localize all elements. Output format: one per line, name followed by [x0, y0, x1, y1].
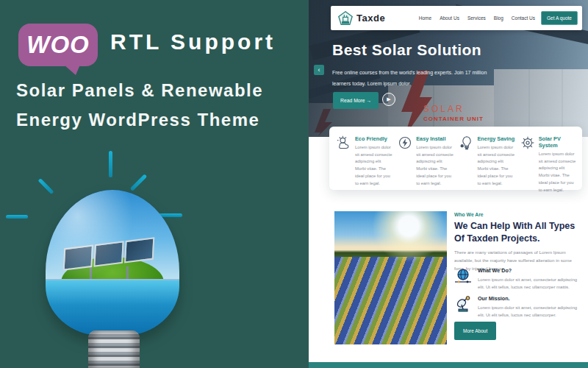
light-ray-icon — [38, 178, 54, 194]
bulb-water — [46, 279, 179, 336]
hero-subtitle-line-1: Free online courses from the world's lea… — [332, 68, 487, 79]
feature-card-solar-pv-system: Solar PV System Lorem ipsum dolor sit am… — [520, 135, 576, 183]
about-kicker: Who We Are — [454, 212, 484, 217]
gear-icon — [520, 135, 535, 150]
feature-cards: Eco Friendly Lorem ipsum dolor sit amesd… — [329, 127, 582, 190]
woocommerce-badge: WOO — [18, 24, 98, 66]
feature-title: Energy Saving — [478, 135, 515, 142]
site-brand-name: Taxde — [356, 13, 385, 24]
feature-text: Lorem ipsum dolor sit amesd consecte adi… — [478, 144, 515, 187]
feature-card-energy-saving: Energy Saving Lorem ipsum dolor sit ames… — [459, 135, 515, 183]
feature-text: Lorem ipsum dolor sit amesd consecte adi… — [355, 144, 392, 187]
read-more-button[interactable]: Read More → — [333, 92, 379, 109]
about-item-title: What We Do? — [478, 267, 584, 274]
feature-text: Lorem ipsum dolor sit amesd consecte adi… — [416, 144, 453, 187]
woocommerce-logo: WOO — [26, 31, 89, 59]
more-about-button[interactable]: More About — [454, 322, 496, 340]
lightbulb-icon — [459, 135, 474, 150]
nav-item-about-us[interactable]: About Us — [440, 15, 459, 21]
light-ray-icon — [109, 151, 112, 177]
promo-panel: WOO RTL Support Solar Panels & Renewable… — [0, 0, 309, 368]
tagline-line-1: Solar Panels & Renewable — [16, 76, 263, 105]
site-brand[interactable]: Taxde — [338, 11, 385, 26]
about-item-text: Lorem ipsum dolor sit amet, consectetur … — [478, 304, 584, 319]
get-a-quote-button[interactable]: Get A quote — [541, 11, 578, 25]
main-nav: Home About Us Services Blog Contact Us — [419, 15, 535, 21]
theme-tagline: Solar Panels & Renewable Energy WordPres… — [16, 76, 263, 134]
about-item-text: Lorem ipsum dolor sit amet, consectetur … — [478, 276, 584, 291]
about-heading-line-1: We Can Help With All Types — [454, 220, 575, 233]
about-item-title: Our Mission. — [478, 295, 584, 302]
website-preview: SOLAR CONTAINER UNIT Best Solar Solution… — [309, 0, 588, 368]
light-ray-icon — [6, 215, 28, 219]
about-heading-line-2: Of Taxden Projects. — [454, 233, 575, 245]
tagline-line-2: Energy WordPress Theme — [16, 105, 263, 135]
nav-item-services[interactable]: Services — [467, 15, 486, 21]
theme-promo-screenshot: WOO RTL Support Solar Panels & Renewable… — [0, 0, 588, 368]
solar-lightbulb-illustration — [46, 190, 179, 336]
footer-strip — [309, 362, 588, 368]
nav-item-contact-us[interactable]: Contact Us — [512, 15, 535, 21]
container-label-unit: CONTAINER UNIT — [423, 116, 484, 122]
carousel-prev-button[interactable]: ‹ — [314, 65, 324, 75]
globe-icon — [454, 267, 472, 285]
satellite-dish-icon — [454, 295, 472, 313]
taxde-logo-icon — [338, 11, 353, 26]
site-header: Taxde Home About Us Services Blog Contac… — [331, 6, 582, 30]
nav-item-home[interactable]: Home — [419, 15, 431, 21]
hero-title: Best Solar Solution — [332, 41, 481, 59]
solar-farm-image — [334, 211, 447, 344]
hero-subtitle: Free online courses from the world's lea… — [332, 68, 487, 89]
nav-item-blog[interactable]: Blog — [494, 15, 503, 21]
container-label-solar: SOLAR — [423, 104, 465, 114]
light-ray-icon — [130, 174, 147, 191]
bulb-metal-base — [88, 330, 140, 368]
feature-title: Easy Install — [416, 135, 453, 142]
about-item-what-we-do: What We Do? Lorem ipsum dolor sit amet, … — [454, 267, 584, 291]
sun-cloud-icon — [337, 135, 351, 150]
feature-card-eco-friendly: Eco Friendly Lorem ipsum dolor sit amesd… — [337, 135, 392, 183]
play-video-button[interactable]: ▶ — [382, 93, 395, 106]
feature-title: Solar PV System — [539, 135, 576, 149]
bolt-circle-icon — [398, 135, 412, 150]
about-item-our-mission: Our Mission. Lorem ipsum dolor sit amet,… — [454, 295, 584, 319]
about-heading: We Can Help With All Types Of Taxden Pro… — [454, 220, 575, 245]
feature-text: Lorem ipsum dolor sit amesd consecte adi… — [539, 151, 576, 194]
rtl-support-title: RTL Support — [110, 29, 276, 54]
feature-title: Eco Friendly — [355, 135, 392, 142]
feature-card-easy-install: Easy Install Lorem ipsum dolor sit amesd… — [398, 135, 453, 183]
hero-subtitle-line-2: learners today. Lorem ipsum dolor. — [332, 79, 487, 90]
